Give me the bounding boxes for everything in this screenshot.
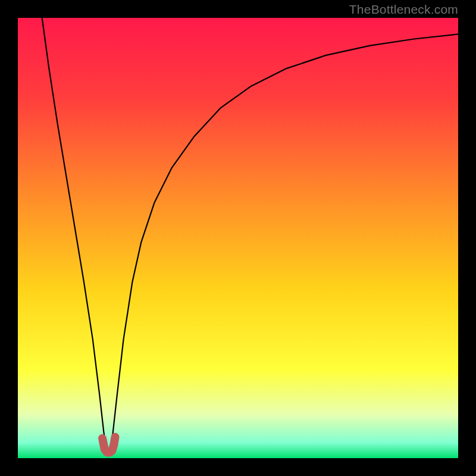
plot-area bbox=[18, 18, 458, 458]
watermark-text: TheBottleneck.com bbox=[349, 2, 458, 17]
chart-frame: TheBottleneck.com bbox=[0, 0, 476, 476]
pink-knot bbox=[102, 437, 115, 452]
bottleneck-curve bbox=[42, 18, 458, 452]
plot-lines bbox=[18, 18, 458, 458]
